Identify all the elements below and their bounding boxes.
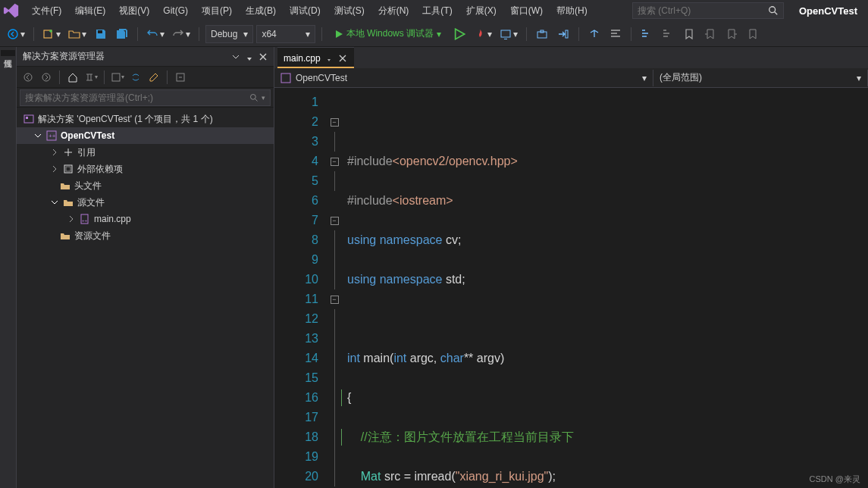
browser-link-button[interactable]: ▾ [497,25,520,43]
expander-icon[interactable] [33,131,42,140]
menu-analyze[interactable]: 分析(N) [372,2,415,20]
properties-tab-label[interactable]: 属性 [1,50,15,56]
tab-strip: main.cpp [274,47,868,68]
search-icon [249,93,259,102]
svg-rect-4 [98,30,102,33]
navigation-bar: OpenCVTest ▾ (全局范围) ▾ [274,68,868,88]
main-cpp-node[interactable]: ++ main.cpp [17,211,274,227]
home-button[interactable] [64,69,81,86]
solution-tree[interactable]: 解决方案 'OpenCVTest' (1 个项目，共 1 个) ++ OpenC… [17,108,274,488]
fold-gutter[interactable]: −−−− [327,88,341,488]
menu-project[interactable]: 项目(P) [196,2,238,20]
scope-combo[interactable]: (全局范围) ▾ [653,70,868,86]
svg-rect-17 [26,117,28,119]
menu-test[interactable]: 测试(S) [328,2,371,20]
filter-button[interactable]: ▾ [109,69,126,86]
expander-icon[interactable] [50,164,59,174]
pin-icon[interactable] [245,52,254,61]
menu-file[interactable]: 文件(F) [26,2,67,20]
start-debug-button[interactable]: 本地 Windows 调试器▾ [328,25,447,43]
new-item-button[interactable]: ▾ [40,25,63,43]
close-icon[interactable] [259,52,268,61]
toolbox-button[interactable] [533,25,551,43]
references-node[interactable]: 引用 [17,144,274,161]
switch-view-button[interactable]: ▾ [83,69,99,86]
svg-line-15 [255,99,258,101]
pin-icon[interactable] [325,55,333,62]
code-editor[interactable]: 1234567891011121314151617181920 −−−− #in… [274,88,868,488]
line-number-gutter: 1234567891011121314151617181920 [274,88,327,488]
menu-edit[interactable]: 编辑(E) [69,2,111,20]
hot-reload-button[interactable]: ▾ [472,25,494,43]
expander-icon[interactable] [67,214,76,224]
close-tab-icon[interactable] [337,53,348,64]
menu-bar: 文件(F) 编辑(E) 视图(V) Git(G) 项目(P) 生成(B) 调试(… [0,0,868,21]
fwd-button[interactable] [38,69,55,86]
show-all-button[interactable] [172,69,189,86]
vs-logo-icon [3,2,20,19]
main-cpp-label: main.cpp [94,214,131,224]
bookmark-next-button[interactable] [722,25,741,43]
expander-icon[interactable] [50,198,59,207]
save-button[interactable] [92,25,110,43]
global-search-input[interactable] [638,5,763,16]
global-search-box[interactable] [632,2,784,19]
external-icon [62,163,74,175]
svg-point-2 [8,30,17,39]
nav-back-button[interactable]: ▾ [5,25,27,43]
properties-button[interactable] [146,69,162,86]
solution-explorer-panel: 解决方案资源管理器 ▾ ▾ ▾ [17,47,274,488]
menu-debug[interactable]: 调试(D) [284,2,327,20]
step-out-button[interactable] [585,25,603,43]
platform-combo[interactable]: x64▾ [256,25,315,43]
folder-icon [59,230,71,242]
references-label: 引用 [77,146,96,159]
svg-rect-24 [281,74,290,83]
save-all-button[interactable] [113,25,131,43]
expander-icon[interactable] [50,148,59,157]
back-button[interactable] [20,69,36,86]
start-wo-debug-button[interactable] [450,25,468,43]
menu-git[interactable]: Git(G) [157,3,194,18]
open-button[interactable]: ▾ [66,25,89,43]
references-icon [62,146,74,158]
solution-node[interactable]: 解决方案 'OpenCVTest' (1 个项目，共 1 个) [17,111,274,127]
menu-extensions[interactable]: 扩展(X) [460,2,503,20]
menu-view[interactable]: 视图(V) [113,2,155,20]
panel-search-box[interactable]: ▾ [20,89,271,106]
file-tab-main[interactable]: main.cpp [277,47,354,68]
headers-node[interactable]: 头文件 [17,177,274,194]
panel-search-row: ▾ [17,88,274,108]
external-deps-node[interactable]: 外部依赖项 [17,161,274,177]
panel-search-input[interactable] [25,92,249,103]
project-scope-combo[interactable]: OpenCVTest ▾ [274,70,653,86]
play-icon [334,30,343,39]
menu-tools[interactable]: 工具(T) [416,2,458,20]
bookmark-button[interactable] [680,25,698,43]
solution-icon [23,113,35,125]
svg-text:++: ++ [49,133,56,139]
project-node[interactable]: ++ OpenCVTest [17,127,274,144]
redo-button[interactable]: ▾ [170,25,193,43]
left-tool-tab[interactable]: 属性 [0,47,17,488]
bookmark-prev-button[interactable] [701,25,719,43]
undo-button[interactable]: ▾ [144,25,167,43]
headers-label: 头文件 [74,180,102,192]
dropdown-icon[interactable] [231,52,240,61]
menu-help[interactable]: 帮助(H) [550,2,594,20]
folder-icon [59,180,71,192]
sources-node[interactable]: 源文件 [17,194,274,211]
uncomment-button[interactable] [659,25,677,43]
bookmark-list-button[interactable] [744,25,762,43]
menu-window[interactable]: 窗口(W) [504,2,549,20]
comment-button[interactable] [638,25,656,43]
config-combo[interactable]: Debug▾ [205,25,253,43]
menu-build[interactable]: 生成(B) [240,2,282,20]
code-content[interactable]: #include<opencv2/opencv.hpp> #include<io… [341,88,868,488]
resources-node[interactable]: 资源文件 [17,227,274,244]
svg-rect-12 [112,74,120,81]
format-button[interactable] [606,25,625,43]
sync-button[interactable] [127,69,144,86]
panel-title-bar: 解决方案资源管理器 [17,47,274,67]
apply-button[interactable] [554,25,572,43]
